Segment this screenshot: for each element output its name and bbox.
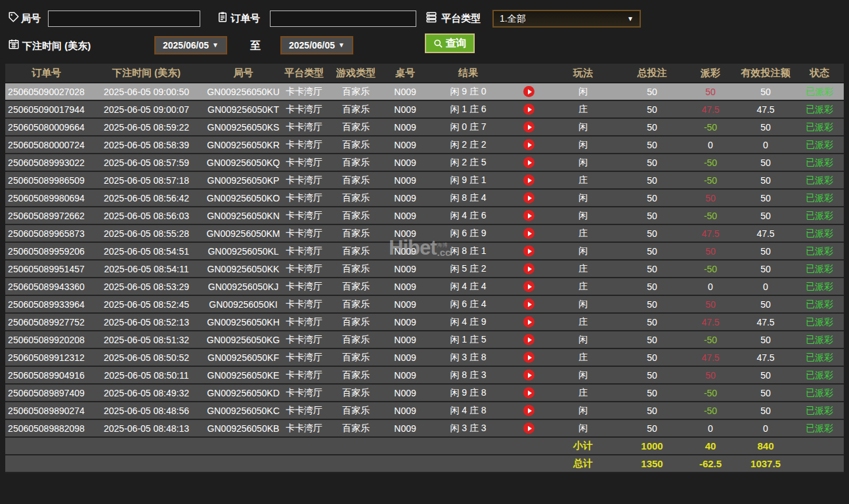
platform-select[interactable]: 1.全部 ▼ bbox=[492, 10, 641, 28]
table-row[interactable]: 250605089890274 2025-06-05 08:48:56 GN00… bbox=[5, 402, 844, 419]
cell-order: 250605089972662 bbox=[5, 207, 87, 224]
replay-play-icon[interactable] bbox=[523, 245, 534, 257]
table-row[interactable]: 250605089897409 2025-06-05 08:49:32 GN00… bbox=[5, 384, 844, 402]
cell-game-type: 百家乐 bbox=[327, 366, 385, 384]
cell-game-type: 百家乐 bbox=[327, 295, 385, 313]
table-row[interactable]: 250605089993022 2025-06-05 08:57:59 GN00… bbox=[5, 154, 844, 171]
table-row[interactable]: 250605089882098 2025-06-05 08:48:13 GN00… bbox=[5, 419, 844, 437]
status-badge: 已派彩 bbox=[795, 154, 844, 171]
cell-platform: 卡卡湾厅 bbox=[281, 83, 327, 100]
table-row[interactable]: 250605089943360 2025-06-05 08:53:29 GN00… bbox=[5, 278, 844, 295]
replay-play-icon[interactable] bbox=[523, 423, 534, 434]
table-row[interactable]: 250605080000724 2025-06-05 08:58:39 GN00… bbox=[5, 136, 844, 154]
cell-play-type: 闲 bbox=[547, 242, 619, 260]
cell-bet-time: 2025-06-05 09:00:50 bbox=[87, 83, 206, 100]
cell-game-type: 百家乐 bbox=[327, 331, 385, 348]
replay-play-icon[interactable] bbox=[523, 281, 534, 292]
cell-total-bet: 50 bbox=[619, 224, 685, 242]
replay-play-icon[interactable] bbox=[523, 157, 534, 168]
search-button-label: 查询 bbox=[446, 37, 467, 51]
replay-play-icon[interactable] bbox=[523, 387, 534, 398]
table-row[interactable]: 250605089927752 2025-06-05 08:52:13 GN00… bbox=[5, 313, 844, 331]
chevron-down-icon: ▼ bbox=[338, 42, 345, 49]
cell-bet-time: 2025-06-05 08:52:13 bbox=[87, 313, 206, 331]
cell-total-bet: 50 bbox=[619, 189, 685, 207]
col-round: 局号 bbox=[206, 64, 281, 83]
cell-total-bet: 50 bbox=[619, 136, 685, 154]
replay-play-icon[interactable] bbox=[523, 369, 534, 381]
cell-play-type: 闲 bbox=[547, 295, 619, 313]
cell-play-type: 闲 bbox=[547, 366, 619, 384]
cell-round: GN009256050KQ bbox=[206, 154, 281, 171]
cell-result: 闲 4 庄 8 bbox=[425, 402, 511, 419]
replay-play-icon[interactable] bbox=[523, 228, 534, 239]
cell-total-bet: 50 bbox=[619, 118, 685, 136]
cell-valid-bet: 50 bbox=[736, 331, 795, 348]
cell-valid-bet: 50 bbox=[736, 242, 795, 260]
date-from-value: 2025/06/05 bbox=[163, 40, 209, 51]
cell-table-no: N009 bbox=[385, 348, 425, 366]
order-input[interactable] bbox=[270, 10, 416, 27]
replay-play-icon[interactable] bbox=[523, 352, 534, 363]
cell-total-bet: 50 bbox=[619, 83, 685, 100]
date-from-picker[interactable]: 2025/06/05 ▼ bbox=[154, 36, 227, 54]
cell-round: GN009256050KT bbox=[206, 100, 281, 118]
table-row[interactable]: 250605089965873 2025-06-05 08:55:28 GN00… bbox=[5, 224, 844, 242]
table-row[interactable]: 250605089972662 2025-06-05 08:56:03 GN00… bbox=[5, 207, 844, 224]
cell-result: 闲 6 庄 9 bbox=[425, 224, 511, 242]
status-badge: 已派彩 bbox=[795, 136, 844, 154]
total-total-bet: 1350 bbox=[619, 455, 685, 472]
replay-play-icon[interactable] bbox=[523, 405, 534, 416]
cell-bet-time: 2025-06-05 08:55:28 bbox=[87, 224, 206, 242]
status-badge: 已派彩 bbox=[795, 260, 844, 278]
cell-valid-bet: 0 bbox=[736, 136, 795, 154]
table-row[interactable]: 250605089959206 2025-06-05 08:54:51 GN00… bbox=[5, 242, 844, 260]
cell-result: 闲 3 庄 3 bbox=[425, 419, 511, 437]
cell-platform: 卡卡湾厅 bbox=[281, 295, 327, 313]
replay-play-icon[interactable] bbox=[523, 121, 534, 133]
cell-valid-bet: 50 bbox=[736, 118, 795, 136]
cell-play-type: 闲 bbox=[547, 207, 619, 224]
replay-play-icon[interactable] bbox=[523, 139, 534, 150]
replay-play-icon[interactable] bbox=[523, 299, 534, 310]
table-row[interactable]: 250605089912312 2025-06-05 08:50:52 GN00… bbox=[5, 348, 844, 366]
status-badge: 已派彩 bbox=[795, 313, 844, 331]
status-badge: 已派彩 bbox=[795, 384, 844, 402]
table-row[interactable]: 250605090017944 2025-06-05 09:00:07 GN00… bbox=[5, 100, 844, 118]
cell-order: 250605080009664 bbox=[5, 118, 87, 136]
cell-bet-time: 2025-06-05 08:51:32 bbox=[87, 331, 206, 348]
cell-table-no: N009 bbox=[385, 100, 425, 118]
replay-play-icon[interactable] bbox=[523, 104, 534, 115]
replay-play-icon[interactable] bbox=[523, 210, 534, 221]
subtotal-total-bet: 1000 bbox=[619, 437, 685, 455]
cell-order: 250605089943360 bbox=[5, 278, 87, 295]
cell-order: 250605089951457 bbox=[5, 260, 87, 278]
total-payout: -62.5 bbox=[685, 455, 736, 472]
table-row[interactable]: 250605080009664 2025-06-05 08:59:22 GN00… bbox=[5, 118, 844, 136]
cell-valid-bet: 0 bbox=[736, 419, 795, 437]
date-to-picker[interactable]: 2025/06/05 ▼ bbox=[280, 36, 353, 54]
replay-play-icon[interactable] bbox=[523, 192, 534, 203]
table-header-row: 订单号 下注时间 (美东) 局号 平台类型 游戏类型 桌号 结果 玩法 总投注 … bbox=[5, 64, 844, 83]
cell-payout: 0 bbox=[685, 136, 736, 154]
replay-play-icon[interactable] bbox=[523, 175, 534, 186]
table-row[interactable]: 250605089904916 2025-06-05 08:50:11 GN00… bbox=[5, 366, 844, 384]
table-row[interactable]: 250605089933964 2025-06-05 08:52:45 GN00… bbox=[5, 295, 844, 313]
replay-play-icon[interactable] bbox=[523, 316, 534, 327]
cell-order: 250605089986509 bbox=[5, 171, 87, 189]
col-replay bbox=[511, 64, 547, 83]
cell-bet-time: 2025-06-05 08:49:32 bbox=[87, 384, 206, 402]
cell-bet-time: 2025-06-05 08:57:18 bbox=[87, 171, 206, 189]
table-row[interactable]: 250605089951457 2025-06-05 08:54:11 GN00… bbox=[5, 260, 844, 278]
round-input[interactable] bbox=[48, 10, 200, 27]
replay-play-icon[interactable] bbox=[523, 263, 534, 274]
search-button[interactable]: 查询 bbox=[425, 33, 475, 53]
table-row[interactable]: 250605089920208 2025-06-05 08:51:32 GN00… bbox=[5, 331, 844, 348]
cell-valid-bet: 50 bbox=[736, 154, 795, 171]
table-row[interactable]: 250605090027028 2025-06-05 09:00:50 GN00… bbox=[5, 83, 844, 100]
replay-play-icon[interactable] bbox=[523, 334, 534, 345]
replay-play-icon[interactable] bbox=[523, 86, 534, 97]
col-valid-bet: 有效投注额 bbox=[736, 64, 795, 83]
table-row[interactable]: 250605089986509 2025-06-05 08:57:18 GN00… bbox=[5, 171, 844, 189]
table-row[interactable]: 250605089980694 2025-06-05 08:56:42 GN00… bbox=[5, 189, 844, 207]
